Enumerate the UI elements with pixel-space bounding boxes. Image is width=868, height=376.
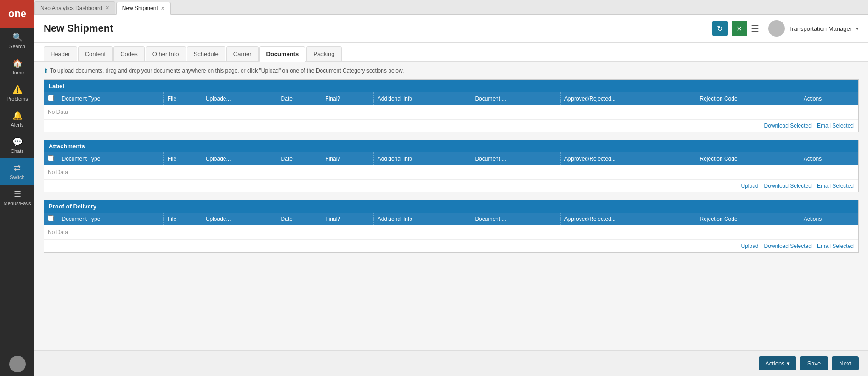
attachments-table-header-row: Document Type File Uploade... Date Final… — [44, 152, 858, 165]
tab-analytics-label: Neo Analytics Dashboard — [40, 5, 102, 11]
sidebar-item-alerts[interactable]: 🔔 Alerts — [0, 106, 34, 132]
attachments-no-data-row: No Data — [44, 165, 858, 180]
label-no-data-row: No Data — [44, 105, 858, 119]
attachments-no-data: No Data — [44, 165, 858, 180]
proof-of-delivery-section-header: Proof of Delivery — [44, 200, 858, 213]
content-area: New Shipment ↻ ✕ ☰ Transportation Manage… — [34, 15, 868, 376]
tab-carrier[interactable]: Carrier — [226, 46, 259, 61]
tab-header-label: Header — [51, 51, 70, 57]
tab-shipment-label: New Shipment — [122, 5, 158, 11]
label-col-uploaded: Uploade... — [202, 92, 277, 105]
sidebar-item-label: Problems — [6, 96, 28, 101]
label-section: Label Document Type File Uploade... Date… — [44, 79, 859, 132]
chat-icon: 💬 — [12, 137, 23, 147]
attachments-table: Document Type File Uploade... Date Final… — [44, 152, 858, 180]
pod-table-header-row: Document Type File Uploade... Date Final… — [44, 213, 858, 225]
tab-shipment-close[interactable]: ✕ — [161, 6, 165, 11]
label-section-header: Label — [44, 80, 858, 92]
pod-email-selected[interactable]: Email Selected — [817, 243, 854, 249]
proof-of-delivery-section: Proof of Delivery Document Type File Upl… — [44, 200, 859, 253]
switch-icon: ⇄ — [14, 163, 21, 173]
attachments-download-selected[interactable]: Download Selected — [764, 183, 812, 189]
label-section-footer: Download Selected Email Selected — [44, 119, 858, 132]
sidebar-item-switch[interactable]: ⇄ Switch — [0, 158, 34, 185]
home-icon: 🏠 — [12, 58, 23, 68]
sidebar-item-search[interactable]: 🔍 Search — [0, 28, 34, 54]
sidebar-item-label: Switch — [10, 174, 24, 180]
tab-header[interactable]: Header — [44, 46, 77, 61]
label-no-data: No Data — [44, 105, 858, 119]
sidebar-item-home[interactable]: 🏠 Home — [0, 54, 34, 80]
close-page-button[interactable]: ✕ — [732, 21, 747, 36]
sidebar-item-label: Search — [9, 44, 25, 49]
attachments-select-all-checkbox[interactable] — [48, 155, 54, 161]
tab-content[interactable]: Content — [78, 46, 113, 61]
sidebar-item-menus[interactable]: ☰ Menus/Favs — [0, 185, 34, 211]
tab-analytics-close[interactable]: ✕ — [105, 5, 109, 11]
label-table-header-row: Document Type File Uploade... Date Final… — [44, 92, 858, 105]
bottom-bar: Actions ▾ Save Next — [34, 350, 868, 376]
search-icon: 🔍 — [12, 32, 23, 42]
sidebar-item-label: Home — [11, 70, 24, 75]
attachments-section-header: Attachments — [44, 140, 858, 152]
actions-button[interactable]: Actions ▾ — [759, 356, 796, 370]
attachments-upload[interactable]: Upload — [741, 183, 759, 189]
attachments-col-uploaded: Uploade... — [202, 152, 277, 165]
pod-col-approved: Approved/Rejected... — [560, 213, 696, 225]
sidebar-item-label: Alerts — [11, 122, 23, 128]
label-email-selected[interactable]: Email Selected — [817, 123, 854, 129]
header-actions: ↻ ✕ ☰ Transportation Manager ▾ — [712, 20, 859, 37]
pod-col-checkbox — [44, 213, 58, 225]
hamburger-menu-button[interactable]: ☰ — [751, 23, 759, 34]
page-title: New Shipment — [44, 22, 712, 34]
user-name: Transportation Manager — [789, 25, 852, 32]
user-dropdown-button[interactable]: ▾ — [856, 25, 859, 32]
save-button[interactable]: Save — [800, 356, 829, 370]
bell-icon: 🔔 — [12, 111, 23, 121]
upload-notice-text: To upload documents, drag and drop your … — [50, 67, 404, 74]
tab-other-info[interactable]: Other Info — [146, 46, 186, 61]
attachments-col-file: File — [163, 152, 202, 165]
attachments-email-selected[interactable]: Email Selected — [817, 183, 854, 189]
tab-packing-label: Packing — [313, 51, 334, 57]
pod-select-all-checkbox[interactable] — [48, 215, 54, 221]
pod-col-addinfo: Additional Info — [373, 213, 471, 225]
label-col-file: File — [163, 92, 202, 105]
sidebar: one 🔍 Search 🏠 Home ⚠️ Problems 🔔 Alerts… — [0, 0, 34, 376]
attachments-col-checkbox — [44, 152, 58, 165]
sidebar-item-chats[interactable]: 💬 Chats — [0, 132, 34, 158]
label-download-selected[interactable]: Download Selected — [764, 123, 812, 129]
tab-carrier-label: Carrier — [233, 51, 252, 57]
refresh-button[interactable]: ↻ — [712, 21, 728, 36]
label-col-approved: Approved/Rejected... — [560, 92, 696, 105]
pod-col-docnum: Document ... — [471, 213, 560, 225]
label-col-addinfo: Additional Info — [373, 92, 471, 105]
label-select-all-checkbox[interactable] — [48, 95, 54, 101]
documents-content: ⬆ To upload documents, drag and drop you… — [34, 62, 868, 350]
label-col-doctype: Document Type — [58, 92, 163, 105]
tab-packing[interactable]: Packing — [306, 46, 341, 61]
tab-schedule[interactable]: Schedule — [187, 46, 225, 61]
tab-shipment[interactable]: New Shipment ✕ — [116, 2, 171, 15]
attachments-col-approved: Approved/Rejected... — [560, 152, 696, 165]
pod-download-selected[interactable]: Download Selected — [764, 243, 812, 249]
sidebar-item-problems[interactable]: ⚠️ Problems — [0, 80, 34, 106]
attachments-col-final: Final? — [321, 152, 374, 165]
header-bar: New Shipment ↻ ✕ ☰ Transportation Manage… — [34, 15, 868, 43]
pod-upload[interactable]: Upload — [741, 243, 759, 249]
sidebar-item-label: Chats — [11, 148, 24, 154]
next-button[interactable]: Next — [832, 356, 859, 370]
pod-col-doctype: Document Type — [58, 213, 163, 225]
tab-documents[interactable]: Documents — [259, 46, 306, 62]
attachments-col-rejection: Rejection Code — [696, 152, 800, 165]
tab-codes[interactable]: Codes — [113, 46, 145, 61]
nav-tabs: Header Content Codes Other Info Schedule… — [34, 43, 868, 62]
attachments-section: Attachments Document Type File Uploade..… — [44, 140, 859, 192]
tab-schedule-label: Schedule — [194, 51, 219, 57]
sidebar-item-label: Menus/Favs — [4, 201, 31, 206]
attachments-col-doctype: Document Type — [58, 152, 163, 165]
app-logo: one — [0, 0, 34, 28]
tab-analytics[interactable]: Neo Analytics Dashboard ✕ — [34, 1, 115, 14]
pod-section-footer: Upload Download Selected Email Selected — [44, 240, 858, 252]
pod-col-rejection: Rejection Code — [696, 213, 800, 225]
